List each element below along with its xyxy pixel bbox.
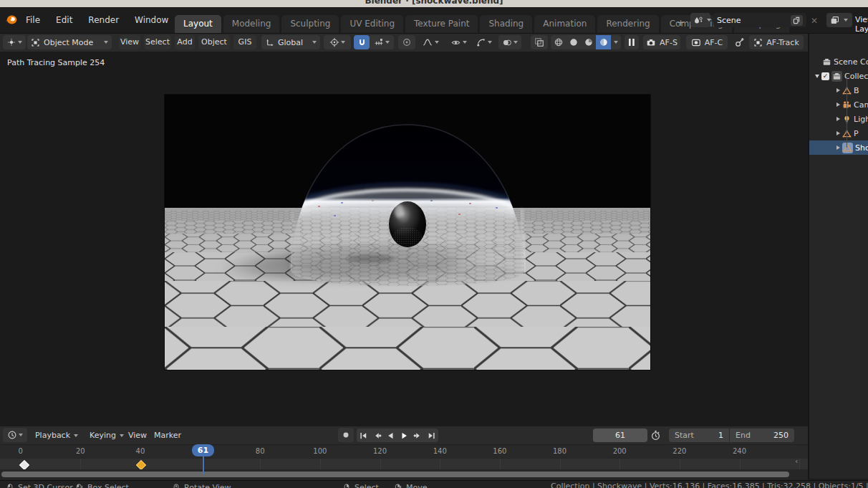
ruler-tick-120: 120 <box>373 447 387 455</box>
timeline-editor-dropdown[interactable] <box>3 428 27 442</box>
tab-layout[interactable]: Layout <box>175 15 221 33</box>
unlink-scene-button[interactable]: ✕ <box>811 16 818 26</box>
collapse-arrow-icon[interactable]: ‹ <box>795 456 798 466</box>
menu-window[interactable]: Window <box>127 13 175 27</box>
add-workspace-button[interactable]: + <box>672 14 690 32</box>
playhead-badge[interactable]: 61 <box>192 444 214 456</box>
pivot-point-dropdown[interactable] <box>324 35 351 49</box>
collection-icon <box>822 57 831 67</box>
tab-animation[interactable]: Animation <box>534 15 595 33</box>
af-track-button[interactable]: AF-Track <box>749 35 804 49</box>
black-sphere <box>389 201 426 247</box>
overlays-dropdown[interactable] <box>498 35 521 49</box>
menu-file[interactable]: File <box>19 13 47 27</box>
ruler-tick-140: 140 <box>433 447 447 455</box>
jump-to-start-button[interactable] <box>357 429 370 442</box>
outliner-row-scene-collection[interactable]: Scene Collection <box>809 54 868 69</box>
shading-solid-button[interactable] <box>566 35 581 49</box>
prev-keyframe-button[interactable] <box>370 429 384 442</box>
keyframe-track[interactable] <box>0 458 808 470</box>
menu-edit[interactable]: Edit <box>49 13 79 27</box>
af-c-button[interactable]: AF-C <box>686 35 728 49</box>
gizmos-dropdown[interactable] <box>473 35 496 49</box>
pause-render-button[interactable] <box>625 35 639 49</box>
view-layer-browse-button[interactable] <box>826 13 852 27</box>
expand-icon[interactable] <box>815 75 819 78</box>
outliner-row-light[interactable]: Light <box>809 112 868 126</box>
timeline-menu-marker[interactable]: Marker <box>152 429 183 443</box>
scene-icon <box>694 16 703 25</box>
viewport-menu-add[interactable]: Add <box>175 35 195 49</box>
shading-options-dropdown[interactable] <box>611 35 621 49</box>
outliner-row-shockwave[interactable]: Shockwave <box>809 140 868 155</box>
proportional-falloff-dropdown[interactable] <box>418 35 443 49</box>
editor-type-button[interactable] <box>3 35 26 49</box>
tab-modeling[interactable]: Modeling <box>223 15 280 33</box>
shading-wireframe-button[interactable] <box>551 35 566 49</box>
expand-icon[interactable] <box>836 145 840 150</box>
expand-icon[interactable] <box>836 117 840 121</box>
viewport-menu-select[interactable]: Select <box>144 35 171 49</box>
mode-dropdown[interactable]: Object Mode <box>27 35 112 49</box>
viewport-menu-object[interactable]: Object <box>198 35 230 49</box>
scene-name-field[interactable]: Scene <box>713 13 806 27</box>
shading-material-button[interactable] <box>581 35 596 49</box>
timeline-ruler[interactable]: 0204080100120140160180200220240 <box>0 444 808 459</box>
collection-checkbox[interactable]: ✓ <box>821 72 829 80</box>
xray-toggle[interactable] <box>531 35 548 49</box>
frame-end-field[interactable]: End 250 <box>730 429 794 442</box>
snap-settings-dropdown[interactable] <box>370 35 394 49</box>
outliner-row-camera[interactable]: Camera <box>809 97 868 112</box>
expand-icon[interactable] <box>836 131 840 135</box>
scene-browse-button[interactable] <box>690 13 710 27</box>
render-image <box>164 94 651 370</box>
frame-start-field[interactable]: Start 1 <box>669 429 729 442</box>
snap-toggle[interactable] <box>354 35 370 49</box>
timeline-scrollbar[interactable] <box>1 472 789 477</box>
af-s-button[interactable]: AF-S <box>643 35 680 49</box>
timeline-menu-keying[interactable]: Keying <box>85 429 129 443</box>
viewport-3d[interactable]: Path Tracing Sample 254 <box>0 52 808 426</box>
play-reverse-button[interactable] <box>384 429 397 442</box>
window-title: Blender · [shockwave.blend] <box>0 0 868 6</box>
tab-rendering[interactable]: Rendering <box>597 15 658 33</box>
viewport-menu-view[interactable]: View <box>119 35 140 49</box>
tab-sculpting[interactable]: Sculpting <box>281 15 339 33</box>
new-scene-button[interactable] <box>791 15 803 26</box>
timeline-menu-playback[interactable]: Playback <box>30 429 83 443</box>
menu-render[interactable]: Render <box>81 13 126 27</box>
jump-to-end-button[interactable] <box>425 429 438 442</box>
tab-shading[interactable]: Shading <box>480 15 532 33</box>
tree-line <box>847 133 847 148</box>
stopwatch-icon <box>650 430 661 441</box>
grid-line <box>799 459 800 470</box>
shading-rendered-button[interactable] <box>596 35 611 49</box>
current-frame-value: 61 <box>615 431 625 440</box>
outliner-row-collection[interactable]: ✓ Collection <box>809 69 868 83</box>
timeline-scroll-track <box>0 469 808 480</box>
proportional-editing-toggle[interactable] <box>398 35 415 49</box>
af-key-button[interactable] <box>730 35 748 49</box>
current-frame-field[interactable]: 61 <box>593 429 647 442</box>
transform-orientation-dropdown[interactable]: Global <box>261 35 320 49</box>
viewport-header: Object Mode ViewSelectAddObjectGIS Globa… <box>0 34 868 52</box>
play-button[interactable] <box>397 429 411 442</box>
tab-texture-paint[interactable]: Texture Paint <box>405 15 478 33</box>
outliner-row-p[interactable]: P <box>809 126 868 140</box>
view-layer-icon <box>830 16 840 25</box>
visibility-dropdown[interactable] <box>447 35 470 49</box>
keyframe-diamond-frame-40[interactable] <box>136 459 146 469</box>
expand-icon[interactable] <box>836 88 840 92</box>
expand-icon[interactable] <box>836 102 840 107</box>
auto-keying-toggle[interactable] <box>338 428 354 442</box>
grid-line <box>320 459 321 470</box>
viewport-menu-gis[interactable]: GIS <box>233 35 256 49</box>
outliner-row-b[interactable]: B <box>809 83 868 97</box>
next-keyframe-button[interactable] <box>411 429 425 442</box>
tab-uv-editing[interactable]: UV Editing <box>341 15 403 33</box>
solid-icon <box>569 37 579 47</box>
timeline-menu-view[interactable]: View <box>126 429 149 443</box>
timeline-editor: PlaybackKeyingViewMarker 61 Start 1 <box>0 426 808 480</box>
use-preview-range-toggle[interactable] <box>650 430 661 441</box>
view-layer-name[interactable]: View Layer <box>855 15 868 34</box>
